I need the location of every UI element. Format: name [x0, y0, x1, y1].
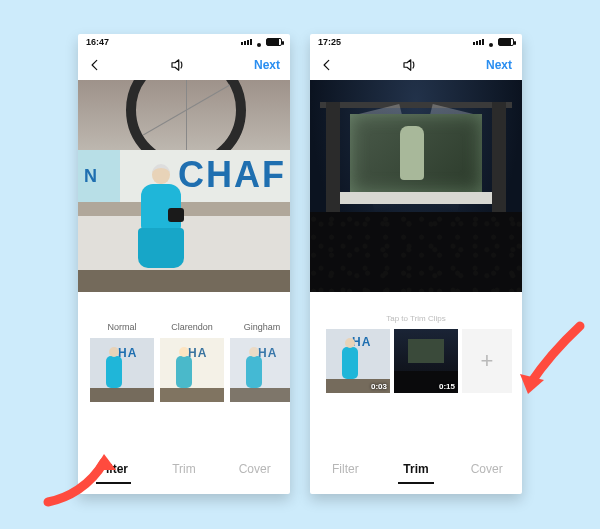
tab-trim[interactable]: Trim	[381, 448, 452, 490]
phone-left: 16:47 Next N CHAF	[78, 34, 290, 494]
status-time: 16:47	[86, 37, 109, 47]
filter-item-clarendon[interactable]: Clarendon HA	[160, 322, 224, 402]
video-preview[interactable]	[310, 80, 522, 292]
annotation-arrow-add	[510, 318, 590, 408]
clip-duration: 0:15	[439, 382, 455, 391]
clip-item-selected[interactable]: 0:15	[394, 329, 458, 393]
back-button[interactable]	[320, 58, 334, 72]
comparison-canvas: 16:47 Next N CHAF	[0, 0, 600, 529]
wall-letter: N	[84, 166, 98, 187]
filter-item-normal[interactable]: Normal HA	[90, 322, 154, 402]
preview-artwork	[310, 80, 522, 292]
wifi-icon	[254, 38, 264, 46]
status-bar: 17:25	[310, 34, 522, 50]
bottom-tab-bar: Filter Trim Cover	[310, 444, 522, 494]
filter-item-gingham[interactable]: Gingham HA	[230, 322, 290, 402]
preview-artwork: N CHAF	[78, 80, 290, 292]
filter-label: Gingham	[244, 322, 281, 334]
video-preview[interactable]: N CHAF	[78, 80, 290, 292]
tab-filter[interactable]: Filter	[310, 448, 381, 490]
next-button[interactable]: Next	[254, 58, 280, 72]
signal-icon	[473, 39, 484, 45]
tab-filter[interactable]: Filter	[78, 448, 149, 490]
clip-strip: HA 0:03 0:15 +	[310, 329, 522, 401]
sign-text: CHAF	[178, 154, 286, 196]
tab-cover[interactable]: Cover	[219, 448, 290, 490]
phone-right: 17:25 Next	[310, 34, 522, 494]
filter-strip[interactable]: Normal HA Clarendon HA Gingham HA M	[78, 322, 290, 410]
signal-icon	[241, 39, 252, 45]
tab-cover[interactable]: Cover	[451, 448, 522, 490]
status-time: 17:25	[318, 37, 341, 47]
filter-label: Normal	[107, 322, 136, 334]
filter-thumb: HA	[160, 338, 224, 402]
sound-toggle[interactable]	[400, 57, 420, 73]
filter-thumb: HA	[90, 338, 154, 402]
tab-trim[interactable]: Trim	[149, 448, 220, 490]
nav-bar: Next	[310, 50, 522, 80]
clip-duration: 0:03	[371, 382, 387, 391]
filter-label: Clarendon	[171, 322, 213, 334]
trim-hint-label: Tap to Trim Clips	[310, 314, 522, 323]
nav-bar: Next	[78, 50, 290, 80]
bottom-tab-bar: Filter Trim Cover	[78, 444, 290, 494]
clip-item[interactable]: HA 0:03	[326, 329, 390, 393]
battery-icon	[498, 38, 514, 46]
sound-toggle[interactable]	[168, 57, 188, 73]
status-bar: 16:47	[78, 34, 290, 50]
battery-icon	[266, 38, 282, 46]
wifi-icon	[486, 38, 496, 46]
status-right-icons	[473, 38, 514, 46]
filter-thumb: HA	[230, 338, 290, 402]
status-right-icons	[241, 38, 282, 46]
back-button[interactable]	[88, 58, 102, 72]
add-clip-button[interactable]: +	[462, 329, 512, 393]
next-button[interactable]: Next	[486, 58, 512, 72]
